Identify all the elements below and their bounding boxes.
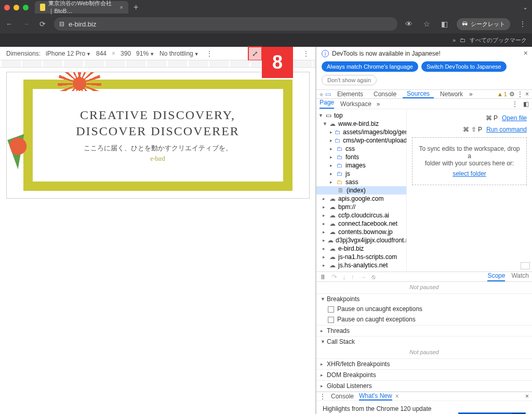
tree-node[interactable]: ▸🗀cms/wp-content/uploads [316,136,406,145]
tree-node[interactable]: ▸🗀fonts [316,153,406,161]
bookmarks-overflow[interactable]: » [453,37,456,43]
step-over-icon[interactable]: ↷ [331,273,337,281]
tree-node[interactable]: ▸🗀images [316,161,406,170]
select-folder-link[interactable]: select folder [453,170,486,177]
throttling-selector[interactable]: No throttling▼ [159,50,199,57]
step-out-icon[interactable]: ↑ [351,273,355,281]
chip-match-language[interactable]: Always match Chrome's language [322,61,418,72]
reload-button[interactable]: ⟳ [37,20,48,28]
tree-cloud[interactable]: ▸☁ccfp.cloudcircus.ai [316,211,406,219]
bookmark-star-icon[interactable]: ☆ [421,20,432,28]
tab-network[interactable]: Network [436,90,467,98]
chip-switch-japanese[interactable]: Switch DevTools to Japanese [421,61,507,72]
checkbox-caught[interactable] [328,317,334,323]
device-more-icon[interactable]: ⋮ [303,50,309,57]
drawer-tab-whatsnew[interactable]: What's New [359,392,392,400]
url-bar[interactable]: ⊟ e-bird.biz [54,17,397,31]
zoom-selector[interactable]: 91%▼ [136,50,154,57]
checkbox-uncaught[interactable] [328,306,334,313]
site-info-icon[interactable]: ⊟ [59,20,64,28]
sources-sidebar-icon[interactable]: ◧ [523,100,529,108]
drawer-tab-console[interactable]: Console [331,393,354,400]
deactivate-bp-icon[interactable]: ⍉ [371,273,376,281]
tree-node-sass[interactable]: ▸🗀sass [316,178,406,186]
tree-node-index[interactable]: 🗎(index) [316,186,406,195]
toolbar-right: 👁 ☆ ◧ 🕶 シークレット ⋮ [404,18,528,30]
rotate-device-button[interactable]: ⤢ [248,46,262,61]
tree-cloud[interactable]: ▸☁js-na1.hs-scripts.com [316,253,406,261]
tab-watch[interactable]: Watch [511,272,529,281]
issues-warning[interactable]: ▲ 1 [497,91,507,97]
tree-cloud[interactable]: ▸☁contents.bownow.jp [316,228,406,236]
tabs-overflow-icon[interactable]: » [469,90,473,98]
tree-cloud[interactable]: ▸☁bpm:// [316,203,406,211]
drawer-tab-close-icon[interactable]: × [395,393,399,400]
section-header-breakpoints[interactable]: ▼Breakpoints [316,294,532,304]
tree-node[interactable]: ▸🗀assets/images/blog/genericon [316,128,406,136]
device-mode-icon[interactable]: ▭ [325,90,331,98]
notice-close-icon[interactable]: × [524,49,528,57]
subtabs-menu-icon[interactable]: ⋮ [512,100,518,108]
run-command-kbd: ⌘ ⇧ P [463,126,482,133]
drawer-close-icon[interactable]: × [525,393,529,400]
tab-scope[interactable]: Scope [487,272,505,281]
window-expand-icon[interactable]: ⌄ [523,4,528,11]
run-command-link[interactable]: Run command [486,126,527,133]
tree-cloud[interactable]: ▸☁e-bird.biz [316,244,406,253]
section-header-threads[interactable]: ▸Threads [316,326,532,336]
open-file-link[interactable]: Open file [502,114,527,122]
incognito-hat-icon: 🕶 [462,21,468,27]
subtab-workspace[interactable]: Workspace [336,100,371,108]
drawer-menu-icon[interactable]: ⋮ [320,393,326,400]
device-width[interactable]: 844 [96,50,107,57]
expand-pane-icon[interactable] [521,262,530,269]
step-into-icon[interactable]: ↓ [342,273,346,281]
tree-cloud[interactable]: ▸☁connect.facebook.net [316,219,406,228]
tree-cloud[interactable]: ▸☁d3pj3vgx4ijpjx.cloudfront.net [316,236,406,244]
headline-2: DISCOVER DISCOVERER [76,124,240,138]
device-emulation-pane: 8 Dimensions: iPhone 12 Pro▼ 844 × 390 9… [0,47,316,414]
all-bookmarks[interactable]: すべてのブックマーク [470,36,527,44]
tree-node[interactable]: ▸🗀css [316,145,406,153]
open-file-kbd: ⌘ P [486,114,498,122]
tree-cloud[interactable]: ▸☁js.hs-analytics.net [316,261,406,269]
new-tab-button[interactable]: + [134,3,138,12]
sidepanel-icon[interactable]: ◧ [439,20,449,28]
section-header-global[interactable]: ▸Global Listeners [316,381,532,391]
minimize-window-icon[interactable] [14,5,19,10]
subtabs-overflow-icon[interactable]: » [374,100,380,108]
browser-tab[interactable]: 東京渋谷のWeb制作会社｜BtoB… × [35,1,128,14]
drop-text-1: To sync edits to the workspace, drop a [418,145,521,160]
workspace-dropzone[interactable]: To sync edits to the workspace, drop a f… [412,137,527,185]
tree-cloud[interactable]: ▸☁apis.google.com [316,195,406,203]
pause-icon[interactable]: ⏸ [320,273,326,281]
maximize-window-icon[interactable] [23,5,29,10]
tree-node[interactable]: ▸🗀js [316,170,406,178]
device-selector[interactable]: iPhone 12 Pro▼ [46,50,91,57]
tab-sources[interactable]: Sources [403,90,434,98]
chip-dont-show[interactable]: Don't show again [322,75,377,85]
back-button[interactable]: ← [4,20,15,28]
inspect-icon[interactable]: ⟐ [320,90,323,98]
incognito-badge[interactable]: 🕶 シークレット [457,18,510,30]
settings-gear-icon[interactable]: ⚙ [509,90,515,98]
overflow-menu-icon[interactable]: ⋮ [517,20,528,28]
page-frame[interactable]: CREATIVE DISCOVERY, DISCOVER DISCOVERER … [6,72,310,199]
tree-domain[interactable]: ▼☁www.e-bird.biz [316,120,406,128]
devtools-menu-icon[interactable]: ⋮ [517,90,523,98]
close-window-icon[interactable] [4,5,10,10]
step-icon[interactable]: → [360,273,366,281]
incognito-eye-icon[interactable]: 👁 [404,20,414,28]
tab-close-icon[interactable]: × [120,4,123,10]
section-header-dom[interactable]: ▸DOM Breakpoints [316,370,532,380]
section-header-xhr[interactable]: ▸XHR/fetch Breakpoints [316,359,532,369]
tab-elements[interactable]: Elements [333,90,367,98]
devtools-close-icon[interactable]: × [525,90,529,98]
device-height[interactable]: 390 [121,50,131,57]
device-options-icon[interactable]: ⋮ [206,50,212,57]
tree-top[interactable]: ▼▭top [316,111,406,120]
subtab-page[interactable]: Page [320,99,334,109]
section-header-callstack[interactable]: ▼Call Stack [316,337,532,347]
forward-button: → [21,20,31,28]
tab-console[interactable]: Console [369,90,401,98]
